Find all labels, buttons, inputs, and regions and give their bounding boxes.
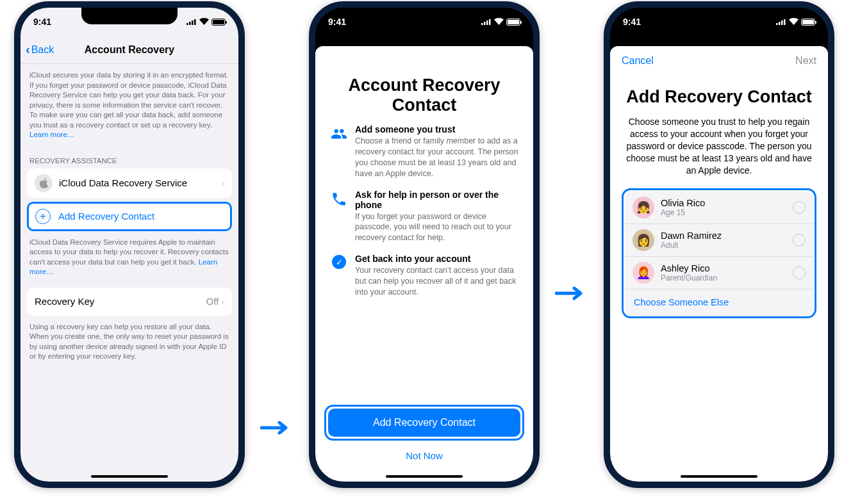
contact-name: Ashley Rico — [661, 263, 793, 273]
primary-button-highlight: Add Recovery Contact — [324, 405, 524, 441]
cancel-button[interactable]: Cancel — [622, 55, 654, 67]
svg-rect-5 — [484, 22, 486, 25]
info-text: Choose a friend or family member to add … — [355, 136, 522, 179]
svg-rect-4 — [481, 23, 483, 25]
back-label: Back — [31, 44, 54, 56]
status-indicators — [481, 17, 520, 27]
not-now-button[interactable]: Not Now — [315, 450, 533, 461]
contact-list-highlight: 👧 Olivia Rico Age 15 👩 Dawn Ramirez Adul… — [622, 188, 816, 318]
phone-frame-2: 9:41 Account Recovery Contact Add someon… — [309, 1, 540, 488]
notch — [81, 8, 178, 24]
footer-text: Using a recovery key can help you restor… — [21, 316, 238, 367]
row-label: Add Recovery Contact — [58, 211, 224, 222]
footer-text: iCloud Data Recovery Service requires Ap… — [21, 231, 238, 282]
info-text: If you forget your password or device pa… — [355, 211, 522, 244]
battery-icon — [506, 19, 520, 26]
contact-row[interactable]: 👩 Dawn Ramirez Adult — [625, 224, 813, 257]
navbar: ‹ Back Account Recovery — [21, 36, 238, 64]
sheet-title: Add Recovery Contact — [622, 87, 816, 107]
avatar: 👧 — [633, 197, 654, 218]
notch — [671, 8, 767, 24]
status-time: 9:41 — [328, 17, 346, 27]
apple-icon — [35, 174, 53, 192]
intro-text: iCloud secures your data by storing it i… — [21, 64, 238, 145]
svg-rect-7 — [489, 19, 491, 25]
contact-row[interactable]: 👩‍🦰 Ashley Rico Parent/Guardian — [625, 257, 813, 289]
avatar: 👩‍🦰 — [633, 262, 654, 284]
contact-sub: Age 15 — [661, 208, 793, 217]
avatar: 👩 — [633, 229, 654, 251]
svg-rect-1 — [189, 22, 191, 25]
cellular-icon — [481, 17, 492, 27]
wifi-icon — [494, 17, 504, 27]
info-row-trust: Add someone you trust Choose a friend or… — [327, 124, 522, 179]
flow-arrow-icon — [555, 286, 586, 301]
svg-rect-11 — [784, 19, 786, 25]
info-title: Add someone you trust — [355, 124, 522, 134]
svg-rect-9 — [779, 22, 781, 25]
battery-icon — [211, 19, 226, 26]
back-button[interactable]: ‹ Back — [26, 42, 54, 57]
icloud-recovery-row[interactable]: iCloud Data Recovery Service › — [27, 168, 232, 198]
chevron-right-icon: › — [221, 178, 224, 188]
status-indicators — [776, 17, 815, 27]
svg-rect-0 — [186, 23, 188, 25]
svg-rect-10 — [781, 20, 783, 25]
row-label: iCloud Data Recovery Service — [59, 177, 221, 188]
section-header: RECOVERY ASSISTANCE — [21, 145, 238, 168]
svg-rect-2 — [192, 20, 194, 25]
info-title: Ask for help in person or over the phone — [355, 190, 522, 210]
recovery-key-row[interactable]: Recovery Key Off › — [27, 288, 232, 316]
svg-rect-8 — [776, 23, 778, 25]
plus-icon: + — [35, 209, 51, 224]
radio-unchecked[interactable] — [793, 201, 806, 214]
contact-name: Dawn Ramirez — [661, 231, 793, 241]
sheet-description: Choose someone you trust to help you reg… — [622, 116, 816, 188]
contact-sub: Adult — [661, 241, 793, 250]
chevron-right-icon: › — [221, 297, 224, 307]
phone-icon — [327, 190, 351, 244]
contact-sub: Parent/Guardian — [661, 273, 793, 282]
cellular-icon — [186, 17, 197, 27]
info-row-recover: ✓ Get back into your account Your recove… — [327, 254, 522, 298]
contact-list: 👧 Olivia Rico Age 15 👩 Dawn Ramirez Adul… — [625, 191, 813, 315]
chevron-left-icon: ‹ — [26, 42, 30, 57]
home-indicator[interactable] — [91, 475, 168, 478]
add-recovery-contact-row[interactable]: + Add Recovery Contact — [27, 202, 232, 231]
battery-icon — [801, 19, 815, 26]
people-icon — [327, 124, 351, 179]
svg-rect-6 — [486, 20, 488, 25]
flow-arrow-icon — [260, 420, 291, 435]
home-indicator[interactable] — [681, 475, 757, 478]
choose-someone-else-button[interactable]: Choose Someone Else — [625, 289, 813, 315]
phone-frame-1: 9:41 ‹ Back Account Recovery iClo — [14, 1, 245, 488]
svg-rect-3 — [194, 19, 196, 25]
radio-unchecked[interactable] — [793, 266, 806, 279]
page-title: Account Recovery — [85, 44, 175, 56]
cellular-icon — [776, 17, 786, 27]
phone-frame-3: 9:41 Cancel Next Add Recovery Contact Ch… — [604, 1, 834, 488]
checkmark-icon: ✓ — [327, 254, 351, 298]
info-row-help: Ask for help in person or over the phone… — [327, 190, 522, 244]
status-time: 9:41 — [623, 17, 641, 27]
info-title: Get back into your account — [355, 254, 522, 264]
row-label: Recovery Key — [35, 296, 206, 307]
next-button[interactable]: Next — [795, 55, 816, 67]
home-indicator[interactable] — [386, 475, 463, 478]
learn-more-link[interactable]: Learn more… — [29, 131, 74, 138]
status-time: 9:41 — [33, 17, 51, 27]
contact-name: Olivia Rico — [661, 198, 793, 208]
wifi-icon — [789, 17, 798, 27]
recovery-assistance-group: iCloud Data Recovery Service › — [27, 168, 232, 198]
add-recovery-contact-button[interactable]: Add Recovery Contact — [328, 409, 520, 437]
radio-unchecked[interactable] — [793, 234, 806, 247]
wifi-icon — [199, 17, 209, 27]
status-indicators — [186, 17, 226, 27]
sheet-nav: Cancel Next — [610, 46, 828, 76]
notch — [376, 8, 472, 24]
modal-sheet: Account Recovery Contact Add someone you… — [315, 46, 533, 482]
contact-row[interactable]: 👧 Olivia Rico Age 15 — [625, 191, 813, 224]
sheet-title: Account Recovery Contact — [327, 76, 522, 115]
row-value: Off — [206, 296, 219, 307]
recovery-key-group: Recovery Key Off › — [27, 288, 232, 316]
